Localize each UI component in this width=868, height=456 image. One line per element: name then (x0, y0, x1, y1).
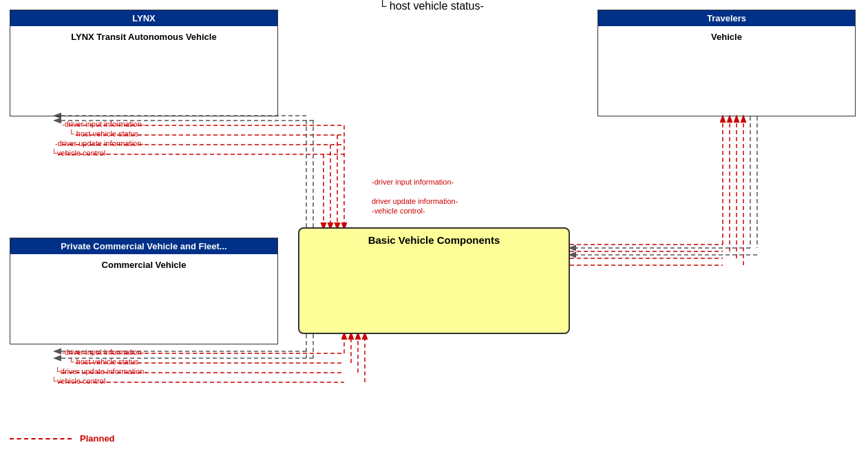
legend-label: Planned (80, 433, 115, 444)
label-pcv-host-vehicle: └ host vehicle status- (69, 357, 141, 366)
label-trav-driver-update: driver update information- (372, 197, 458, 205)
legend-line: Planned (10, 433, 115, 444)
legend-dashed-line (10, 438, 72, 439)
label-trav-vehicle-control: -vehicle control- (372, 207, 425, 215)
bvc-box: Basic Vehicle Components (298, 227, 570, 334)
label-lynx-vehicle-control: └vehicle control- (52, 149, 108, 157)
travelers-header: Travelers (598, 10, 855, 26)
label-pcv-vehicle-control: └vehicle control- (52, 377, 108, 385)
label-trav-host-vehicle: └ host vehicle status- (379, 0, 484, 12)
label-lynx-driver-input: -driver input information- (62, 120, 144, 128)
travelers-box: Travelers Vehicle (597, 10, 856, 116)
lynx-box: LYNX LYNX Transit Autonomous Vehicle (10, 10, 278, 116)
label-trav-driver-input: -driver input information- (372, 178, 454, 186)
label-pcv-driver-input: -driver input information- (62, 348, 144, 356)
pcv-header: Private Commercial Vehicle and Fleet... (10, 238, 277, 254)
label-lynx-host-vehicle: └ host vehicle status- (69, 129, 141, 138)
travelers-body: Vehicle (598, 26, 855, 48)
label-pcv-driver-update: └driver update information- (55, 367, 147, 375)
lynx-header: LYNX (10, 10, 277, 26)
label-lynx-driver-update: -driver update information- (55, 139, 144, 147)
legend: Planned (10, 433, 115, 444)
diagram-container: LYNX LYNX Transit Autonomous Vehicle Tra… (0, 0, 868, 456)
lynx-body: LYNX Transit Autonomous Vehicle (10, 26, 277, 48)
pcv-box: Private Commercial Vehicle and Fleet... … (10, 238, 278, 344)
bvc-label: Basic Vehicle Components (299, 229, 569, 251)
pcv-body: Commercial Vehicle (10, 254, 277, 276)
